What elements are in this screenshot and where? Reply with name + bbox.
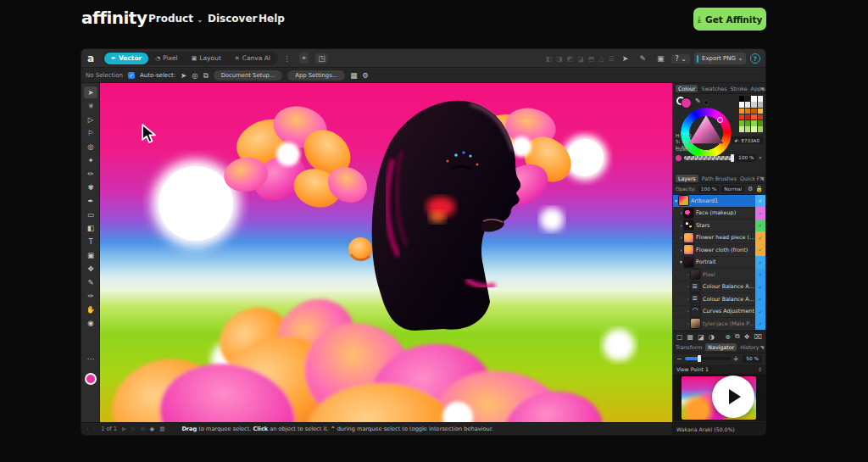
grid-status-icon[interactable]: ▥ (159, 426, 164, 432)
swatch[interactable] (758, 109, 764, 114)
tab-stroke[interactable]: Stroke (731, 86, 748, 92)
node-tool[interactable]: ▷ (84, 114, 97, 125)
swatch[interactable] (745, 96, 751, 102)
swatch[interactable] (751, 114, 757, 120)
swatch[interactable] (758, 126, 764, 132)
swatch[interactable] (739, 102, 745, 108)
layer-row-photo[interactable]: ◦ tyler-jace (Male Portra... ✓ (673, 318, 765, 331)
expand-icon[interactable]: › (678, 235, 684, 240)
persona-tab-pixel[interactable]: ◔ Pixel (148, 53, 184, 64)
grid-icon[interactable]: ▦ (350, 71, 357, 80)
brush-settings-icon[interactable]: ✎ (639, 54, 646, 63)
swatch[interactable] (745, 102, 751, 108)
persona-tab-canva-ai[interactable]: ✳ Canva AI (228, 53, 277, 64)
snapshot-icon[interactable]: ⧉ (141, 426, 145, 432)
panel-menu-icon[interactable]: ◥ (760, 86, 764, 92)
frame-layer-icon[interactable]: ▦ (687, 333, 694, 341)
zoom-status-icon[interactable]: ◉ (150, 426, 155, 432)
zoom-slider[interactable] (685, 357, 731, 360)
layer-row-colour-balance-1[interactable]: ◦ Colour Balance Adjustment ✓ (673, 281, 765, 294)
swatch[interactable] (739, 96, 745, 102)
point-transform-tool[interactable]: ◎ (84, 141, 97, 153)
tab-navigator[interactable]: Navigator (705, 343, 737, 351)
panel-menu-icon[interactable]: ◥ (760, 344, 764, 350)
select-layers-icon[interactable]: ⧉ (203, 71, 209, 81)
quick-help-menu[interactable]: ? ⌄ (671, 54, 690, 64)
swatch[interactable] (739, 109, 745, 114)
tab-layers[interactable]: Layers (676, 175, 698, 182)
app-settings-button[interactable]: App Settings... (287, 70, 345, 81)
panel-menu-icon[interactable]: ◥ (760, 175, 764, 181)
swatch[interactable] (745, 114, 751, 120)
persona-tab-layout[interactable]: ▣ Layout (185, 53, 228, 64)
nav-help[interactable]: Help (259, 13, 285, 25)
swatch[interactable] (758, 102, 764, 108)
expand-icon[interactable]: ▾ (678, 259, 684, 264)
blend-mode-select[interactable]: Normal (721, 186, 744, 192)
swatch[interactable] (745, 120, 751, 126)
swatch[interactable] (739, 126, 745, 132)
help-button[interactable]: ? (750, 53, 760, 64)
layer-row-pixel[interactable]: ◦ Pixel ✓ (673, 269, 765, 281)
boolean-subtract-icon[interactable]: ◨ (556, 55, 563, 63)
play-button[interactable] (712, 376, 754, 418)
layer-row-colour-balance-2[interactable]: ◦ Colour Balance Adjustment ✓ (673, 293, 765, 306)
zoom-slider-handle[interactable] (698, 355, 701, 362)
visibility-checkbox[interactable]: ✓ (755, 305, 765, 318)
visibility-checkbox[interactable]: ✓ (755, 281, 765, 293)
tab-path-brushes[interactable]: Path Brushes (702, 175, 737, 181)
zoom-tool[interactable]: ◉ (84, 317, 97, 329)
opacity-caret-icon[interactable]: ▾ (759, 155, 761, 160)
get-affinity-button[interactable]: ⤓ Get Affinity (693, 8, 766, 31)
adjustment-layer-icon[interactable]: ◑ (709, 333, 715, 341)
layer-row-artboard1[interactable]: ▾ Artboard1 ✓ (673, 195, 765, 208)
visibility-checkbox[interactable]: ✓ (755, 231, 765, 244)
contour-tool[interactable]: ⚐ (84, 127, 97, 139)
prev-page-icon[interactable]: ‹ (86, 426, 89, 432)
swatch[interactable] (739, 120, 745, 126)
tab-swatches[interactable]: Swatches (701, 86, 726, 92)
pen-tool[interactable]: ✒ (84, 195, 97, 207)
affinity-app-icon[interactable]: a (81, 53, 100, 64)
view-point-stepper-icon[interactable]: ⇕ (758, 366, 762, 372)
visibility-checkbox[interactable]: ✓ (755, 256, 765, 269)
hand-tool[interactable]: ✋ (84, 303, 97, 315)
persona-tab-vector[interactable]: ✒ Vector (104, 53, 148, 64)
shape-builder-tool[interactable]: ◧ (84, 222, 97, 234)
affinity-logo[interactable]: affinity (81, 8, 147, 28)
layer-row-face-makeup[interactable]: › Face (makeup) ✓ (673, 208, 765, 220)
play-preview-icon[interactable]: ▶ (122, 426, 126, 432)
colour-handle[interactable] (717, 117, 723, 123)
nav-discover[interactable]: Discover (208, 13, 257, 25)
layer-fx-icon[interactable]: ❖ (744, 333, 750, 341)
zoom-value[interactable]: 50 % (743, 355, 762, 363)
swatch[interactable] (739, 114, 745, 120)
assets-icon[interactable]: ◳ (315, 53, 328, 64)
persona-overflow-icon[interactable]: ⋮ (283, 54, 291, 63)
visibility-checkbox[interactable]: ✓ (755, 293, 765, 306)
canvas[interactable] (100, 83, 672, 422)
expand-icon[interactable]: › (678, 223, 684, 228)
fill-swatch[interactable] (682, 98, 691, 108)
mask-layer-icon[interactable]: ◪ (698, 333, 704, 341)
next-page-icon[interactable]: › (94, 426, 97, 432)
visibility-checkbox[interactable]: ✓ (755, 220, 765, 232)
view-point-row[interactable]: View Point 1 ⇕ (673, 365, 765, 375)
layer-row-portrait[interactable]: ▾ Portrait ✓ (673, 257, 765, 270)
layers-opacity-value[interactable]: 100 % (698, 186, 719, 192)
swatch[interactable] (758, 120, 764, 126)
visibility-checkbox[interactable]: ✓ (755, 244, 765, 257)
layer-row-flower-cloth[interactable]: › Flower cloth (front) ✓ (673, 244, 765, 257)
swatch[interactable] (758, 96, 764, 102)
opacity-slider[interactable] (684, 156, 733, 160)
export-png-button[interactable]: Export PNG ▾ (694, 53, 746, 64)
swatch[interactable] (751, 120, 757, 126)
hex-value[interactable]: #: E733A0 (731, 136, 763, 144)
swatch[interactable] (751, 109, 757, 114)
boolean-divide-icon[interactable]: ◪ (577, 55, 584, 63)
frame-tool[interactable]: ▣ (84, 249, 97, 261)
swatch[interactable] (745, 126, 751, 132)
corner-tool[interactable]: ✦ (84, 154, 97, 166)
zoom-out-button[interactable]: − (676, 355, 682, 363)
tab-transform[interactable]: Transform (676, 344, 702, 350)
